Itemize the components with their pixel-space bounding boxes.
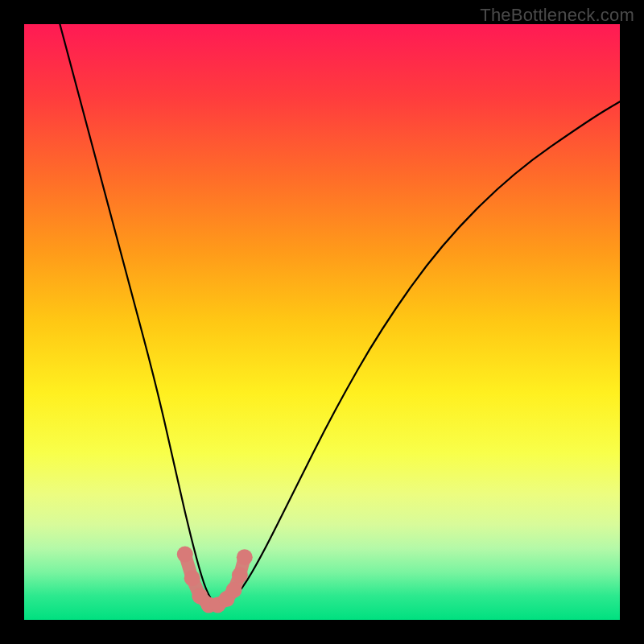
svg-point-8	[237, 549, 253, 565]
plot-area	[24, 24, 620, 620]
chart-container: TheBottleneck.com	[0, 0, 644, 644]
watermark-text: TheBottleneck.com	[480, 5, 634, 26]
svg-point-1	[184, 570, 200, 586]
curve-layer	[24, 24, 620, 620]
bottleneck-curve	[60, 24, 620, 605]
svg-point-0	[177, 547, 193, 563]
svg-point-6	[225, 582, 242, 598]
svg-point-7	[232, 568, 248, 584]
marker-band	[177, 547, 253, 613]
